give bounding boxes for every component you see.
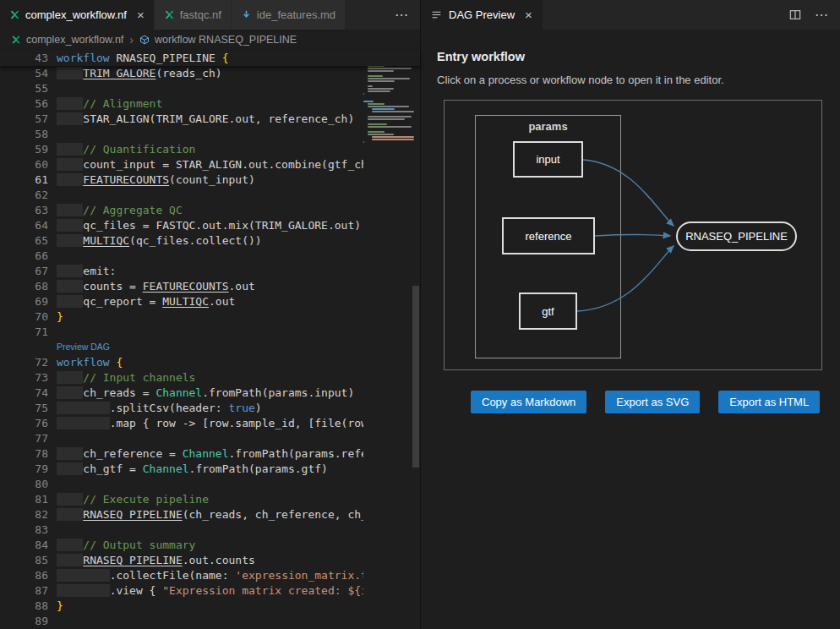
code-token: RNASEQ_PIPELINE <box>110 52 222 64</box>
code-token: // Alignment <box>83 97 162 110</box>
line-number: 73 <box>0 370 57 386</box>
dag-node-gtf[interactable]: gtf <box>519 293 577 330</box>
code-line[interactable]: 63 // Aggregate QC <box>0 203 363 218</box>
sticky-scroll-line[interactable]: 43 workflow RNASEQ_PIPELINE { <box>0 50 420 66</box>
code-line[interactable]: 67 emit: <box>0 264 363 279</box>
split-editor-icon[interactable] <box>789 9 801 20</box>
code-line[interactable]: 87 .view { "Expression matrix created: $… <box>0 583 363 599</box>
code-line[interactable]: 69 qc_report = MULTIQC.out <box>0 294 363 309</box>
line-number: 80 <box>0 477 57 492</box>
nextflow-icon <box>11 35 21 45</box>
code-line[interactable]: 80 <box>0 477 363 492</box>
code-line[interactable]: 74 ch_reads = Channel.fromPath(params.in… <box>0 386 363 401</box>
close-icon[interactable]: × <box>137 8 145 21</box>
code-line[interactable]: 61 FEATURECOUNTS(count_input) <box>0 172 363 188</box>
dag-node-rnaseq-pipeline[interactable]: RNASEQ_PIPELINE <box>676 222 797 251</box>
breadcrumb-symbol[interactable]: workflow RNASEQ_PIPELINE <box>155 34 297 46</box>
chevron-right-icon: › <box>129 33 134 46</box>
code-line[interactable]: 62 <box>0 188 363 203</box>
code-token: FEATURECOUNTS <box>83 173 169 186</box>
codelens-row[interactable]: Preview DAG <box>0 340 363 355</box>
export-as-svg-button[interactable]: Export as SVG <box>605 391 700 413</box>
code-token: (reads_ch) <box>155 67 221 79</box>
line-number: 62 <box>0 188 57 203</box>
line-number <box>0 340 57 355</box>
line-number: 75 <box>0 401 57 416</box>
code-line[interactable]: 56 // Alignment <box>0 96 363 112</box>
code-token <box>57 204 83 216</box>
code-text: RNASEQ_PIPELINE(ch_reads, ch_reference, … <box>57 507 363 522</box>
code-token: TRIM_GALORE <box>83 67 155 79</box>
code-line[interactable]: 83 <box>0 522 363 538</box>
tab-dag-preview[interactable]: DAG Preview × <box>421 0 543 30</box>
code-token: qc_report = <box>83 295 162 308</box>
code-line[interactable]: 68 counts = FEATURECOUNTS.out <box>0 279 363 294</box>
code-line[interactable]: 59 // Quantification <box>0 142 363 157</box>
code-line[interactable]: 86 .collectFile(name: 'expression_matrix… <box>0 568 363 583</box>
code-token: STAR_ALIGN(TRIM_GALORE.out, reference_ch… <box>83 112 354 125</box>
code-line[interactable]: 81 // Execute pipeline <box>0 492 363 507</box>
dag-node-reference[interactable]: reference <box>502 217 595 254</box>
code-line[interactable]: 88} <box>0 599 363 614</box>
code-line[interactable]: 84 // Output summary <box>0 538 363 553</box>
breadcrumb-file[interactable]: complex_workflow.nf <box>26 34 123 46</box>
code-token <box>57 447 83 460</box>
dag-node-input[interactable]: input <box>513 141 583 178</box>
code-text: count_input = STAR_ALIGN.out.combine(gtf… <box>57 157 363 172</box>
code-line[interactable]: 89 <box>0 614 363 629</box>
tab-complex-workflow[interactable]: complex_workflow.nf × <box>0 0 155 30</box>
code-text: STAR_ALIGN(TRIM_GALORE.out, reference_ch… <box>57 112 354 127</box>
line-number: 61 <box>0 172 57 188</box>
code-line[interactable]: 73 // Input channels <box>0 370 363 386</box>
code-line[interactable]: 85 RNASEQ_PIPELINE.out.counts <box>0 553 363 568</box>
tab-fastqc[interactable]: fastqc.nf <box>155 0 232 30</box>
code-line[interactable]: 60 count_input = STAR_ALIGN.out.combine(… <box>0 157 363 172</box>
code-line[interactable]: 65 MULTIQC(qc_files.collect()) <box>0 233 363 249</box>
code-line[interactable]: 66 <box>0 249 363 264</box>
code-line[interactable]: 75 .splitCsv(header: true) <box>0 401 363 416</box>
vertical-scrollbar[interactable] <box>412 51 420 629</box>
code-line[interactable]: 82 RNASEQ_PIPELINE(ch_reads, ch_referenc… <box>0 507 363 522</box>
code-text: emit: <box>57 264 116 279</box>
code-line[interactable]: 55 <box>0 81 363 96</box>
code-token: count_input = STAR_ALIGN.out.combine(gtf… <box>83 158 363 171</box>
code-token: ) <box>255 402 262 414</box>
code-line[interactable]: 71 <box>0 325 363 340</box>
close-icon[interactable]: × <box>525 8 532 22</box>
code-text: ch_gtf = Channel.fromPath(params.gtf) <box>57 462 328 477</box>
code-text: } <box>57 309 63 325</box>
minimap-line <box>368 70 394 72</box>
copy-as-markdown-button[interactable]: Copy as Markdown <box>471 391 586 413</box>
minimap-line <box>368 131 385 133</box>
code-line[interactable]: 57 STAR_ALIGN(TRIM_GALORE.out, reference… <box>0 112 363 127</box>
code-text: qc_files = FASTQC.out.mix(TRIM_GALORE.ou… <box>57 218 361 233</box>
code-line[interactable]: 64 qc_files = FASTQC.out.mix(TRIM_GALORE… <box>0 218 363 233</box>
codelens-preview-dag[interactable]: Preview DAG <box>57 340 110 355</box>
code-line[interactable]: 58 <box>0 127 363 142</box>
breadcrumb[interactable]: complex_workflow.nf › workflow RNASEQ_PI… <box>0 30 420 50</box>
editor-pane: complex_workflow.nf × fastqc.nf ide_feat… <box>0 0 420 629</box>
export-as-html-button[interactable]: Export as HTML <box>718 391 820 413</box>
code-line[interactable]: 76 .map { row -> [row.sample_id, [file(r… <box>0 416 363 431</box>
code-token: workflow <box>57 52 110 64</box>
code-token <box>57 295 83 308</box>
tab-overflow-button[interactable]: ⋯ <box>383 7 420 23</box>
code-line[interactable]: 78 ch_reference = Channel.fromPath(param… <box>0 446 363 462</box>
panel-tab-bar: DAG Preview × ⋯ <box>421 0 840 30</box>
code-line[interactable]: 72workflow { <box>0 355 363 370</box>
code-line[interactable]: 70} <box>0 309 363 325</box>
tab-ide-features[interactable]: ide_features.md <box>232 0 346 30</box>
line-number: 77 <box>0 431 57 446</box>
code-token <box>57 112 83 125</box>
code-editor[interactable]: 54 TRIM_GALORE(reads_ch)5556 // Alignmen… <box>0 66 363 629</box>
minimap[interactable] <box>363 51 412 629</box>
more-actions-icon[interactable]: ⋯ <box>815 7 828 23</box>
minimap-line <box>368 75 383 77</box>
code-line[interactable]: 54 TRIM_GALORE(reads_ch) <box>0 66 363 81</box>
code-token: ch_gtf = <box>83 462 142 475</box>
line-number: 70 <box>0 309 57 325</box>
code-line[interactable]: 79 ch_gtf = Channel.fromPath(params.gtf) <box>0 462 363 477</box>
code-line[interactable]: 77 <box>0 431 363 446</box>
scrollbar-thumb[interactable] <box>412 286 419 468</box>
code-token: .fromPath(params.gtf) <box>189 462 328 475</box>
